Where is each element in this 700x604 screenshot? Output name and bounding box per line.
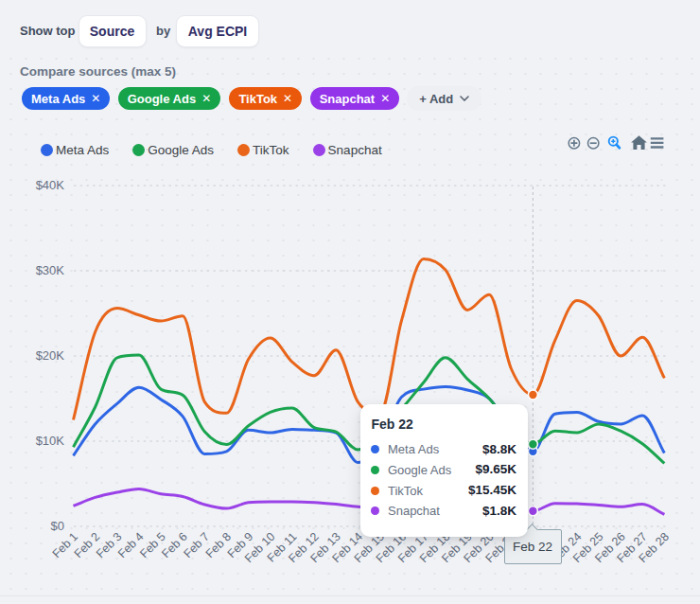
svg-text:$40K: $40K [36, 178, 65, 192]
svg-text:$0: $0 [51, 519, 64, 533]
svg-text:$10K: $10K [36, 434, 65, 448]
svg-text:$20K: $20K [36, 348, 65, 363]
svg-text:$30K: $30K [36, 263, 65, 277]
